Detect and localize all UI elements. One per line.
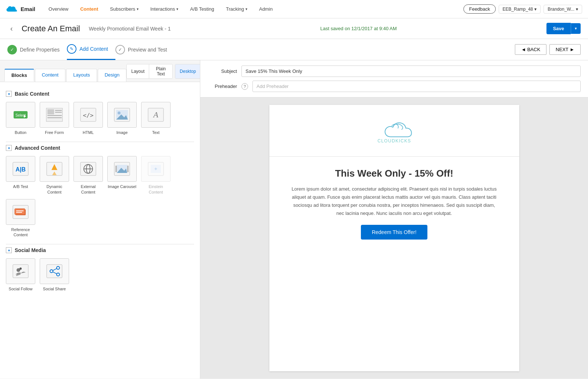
block-html[interactable]: </> HTML	[74, 102, 103, 135]
email-form-bar: Subject Preheader ?	[200, 60, 588, 98]
nav-links: Overview Content Subscribers ▾ Interacti…	[43, 0, 463, 18]
subject-input[interactable]	[241, 65, 581, 77]
svg-text:A|B: A|B	[15, 166, 26, 173]
cloudkicks-logo: CLOUDKICKS	[284, 116, 505, 145]
user-dropdown[interactable]: Brandon_W... ▾	[544, 5, 582, 14]
block-text[interactable]: A Text	[141, 102, 171, 135]
social-media-toggle[interactable]: ▾	[6, 247, 12, 253]
block-button[interactable]: Select Button	[6, 102, 35, 135]
layout-toggle-button[interactable]: Layout	[127, 64, 149, 78]
subscribers-chevron-icon: ▾	[137, 7, 139, 11]
nav-admin[interactable]: Admin	[253, 0, 279, 18]
desktop-toggle-button[interactable]: Desktop	[175, 64, 200, 78]
interactions-chevron-icon: ▾	[176, 7, 178, 11]
account-dropdown[interactable]: EEB_Ramp_48 ▾	[499, 5, 541, 14]
nav-ab-testing[interactable]: A/B Testing	[184, 0, 220, 18]
step-define-properties-icon: ✓	[7, 45, 17, 54]
block-einstein-content[interactable]: ✦ Einstein Content	[141, 156, 171, 195]
back-button[interactable]: ‹	[7, 24, 16, 33]
email-preview-area: CLOUDKICKS This Week Only - 15% Off! Lor…	[200, 98, 588, 379]
save-group: Save ▾	[546, 23, 581, 34]
preheader-label: Preheader	[208, 84, 237, 89]
next-step-button[interactable]: NEXT ►	[549, 44, 581, 55]
stepper: ✓ Define Properties ✎ Add Content ✓ Prev…	[0, 39, 588, 60]
basic-content-toggle[interactable]: ▾	[6, 91, 12, 97]
save-dropdown-button[interactable]: ▾	[571, 23, 581, 34]
block-social-share-label: Social Share	[43, 286, 66, 291]
layout-text-toggle: Layout Plain Text	[126, 64, 173, 79]
svg-point-13	[118, 111, 121, 114]
save-button[interactable]: Save	[546, 23, 571, 34]
user-chevron-icon: ▾	[576, 7, 578, 12]
tab-blocks[interactable]: Blocks	[4, 69, 34, 82]
block-ab-test[interactable]: A|B A/B Test	[6, 156, 35, 195]
block-external-content-label: External Content	[74, 184, 103, 195]
svg-text:</>: </>	[83, 112, 94, 119]
svg-text:CLOUDKICKS: CLOUDKICKS	[377, 138, 411, 144]
block-dynamic-content-label: Dynamic Content	[40, 184, 69, 195]
block-dynamic-content[interactable]: Dynamic Content	[40, 156, 69, 195]
promo-cta-button[interactable]: Redeem This Offer!	[361, 225, 428, 240]
block-social-follow[interactable]: Social Follow	[6, 258, 35, 291]
block-einstein-content-icon: ✦	[141, 156, 171, 182]
block-image-carousel-icon	[107, 156, 137, 182]
block-image[interactable]: Image	[107, 102, 137, 135]
social-media-blocks: Social Follow Social Shar	[6, 258, 194, 291]
block-image-carousel[interactable]: Image Carousel	[107, 156, 137, 195]
basic-content-title: Basic Content	[15, 91, 49, 97]
back-step-button[interactable]: ◄ BACK	[515, 44, 546, 55]
account-chevron-icon: ▾	[534, 7, 537, 12]
sidebar: Blocks Content Layouts Design Layout Pla…	[0, 60, 200, 379]
block-text-label: Text	[152, 130, 159, 135]
top-navigation: Email Overview Content Subscribers ▾ Int…	[0, 0, 588, 18]
nav-interactions[interactable]: Interactions ▾	[144, 0, 184, 18]
block-ab-test-icon: A|B	[6, 156, 35, 182]
sidebar-tabs: Blocks Content Layouts Design	[4, 69, 126, 82]
block-image-carousel-label: Image Carousel	[108, 184, 136, 189]
block-image-label: Image	[116, 130, 128, 135]
page-header: ‹ Create An Email Weekly Promotional Ema…	[0, 18, 588, 39]
content-area: Subject Preheader ?	[200, 60, 588, 379]
svg-rect-42	[47, 265, 62, 278]
block-external-content[interactable]: External Content	[74, 156, 103, 195]
block-reference-content[interactable]: Reference Content	[6, 199, 35, 238]
nav-tracking[interactable]: Tracking ▾	[220, 0, 253, 18]
main-layout: Blocks Content Layouts Design Layout Pla…	[0, 60, 588, 379]
plain-text-toggle-button[interactable]: Plain Text	[149, 64, 172, 78]
advanced-content-title: Advanced Content	[15, 145, 60, 151]
block-freeform[interactable]: Free Form	[40, 102, 69, 135]
nav-overview[interactable]: Overview	[43, 0, 74, 18]
feedback-button[interactable]: Feedback	[463, 4, 495, 14]
advanced-content-blocks: A|B A/B Test Dynamic Content	[6, 156, 194, 237]
svg-rect-4	[47, 109, 54, 114]
view-toggle-area: Layout Plain Text Desktop Mobile	[126, 64, 200, 82]
block-image-icon	[107, 102, 137, 128]
advanced-content-toggle[interactable]: ▾	[6, 145, 12, 151]
stepper-nav-buttons: ◄ BACK NEXT ►	[515, 44, 581, 55]
basic-content-section-header: ▾ Basic Content	[6, 91, 194, 97]
tab-content[interactable]: Content	[35, 69, 66, 82]
account-name: EEB_Ramp_48	[503, 7, 533, 12]
step-preview-test-icon: ✓	[115, 45, 125, 54]
nav-content[interactable]: Content	[74, 0, 104, 18]
tracking-chevron-icon: ▾	[245, 7, 247, 11]
promo-title: This Week Only - 15% Off!	[284, 168, 505, 179]
social-media-title: Social Media	[15, 247, 46, 253]
block-social-share[interactable]: Social Share	[40, 258, 69, 291]
step-define-properties[interactable]: ✓ Define Properties	[7, 40, 67, 60]
user-name: Brandon_W...	[548, 7, 574, 12]
tab-design[interactable]: Design	[98, 69, 126, 82]
block-button-label: Button	[15, 130, 26, 135]
tab-layouts[interactable]: Layouts	[66, 69, 97, 82]
preheader-input[interactable]	[252, 81, 581, 92]
block-html-icon: </>	[74, 102, 103, 128]
preheader-help-icon[interactable]: ?	[241, 83, 248, 90]
nav-subscribers[interactable]: Subscribers ▾	[104, 0, 144, 18]
step-preview-test[interactable]: ✓ Preview and Test	[115, 40, 174, 60]
save-status: Last saved on 12/1/2017 at 9:40 AM	[176, 26, 540, 31]
page-title: Create An Email	[22, 24, 80, 33]
subject-label: Subject	[208, 68, 237, 74]
step-add-content[interactable]: ✎ Add Content	[67, 39, 115, 60]
svg-rect-29	[115, 166, 117, 172]
app-logo: Email	[6, 3, 35, 15]
